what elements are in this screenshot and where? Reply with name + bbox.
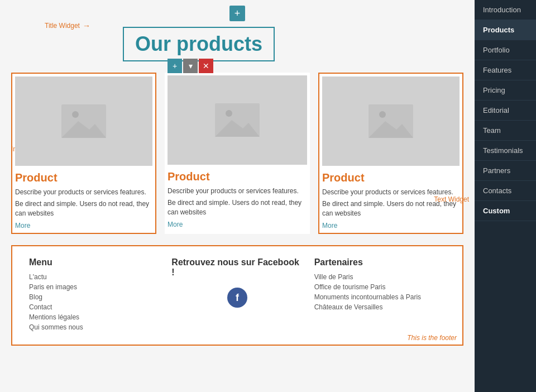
image-placeholder-icon-3: [368, 104, 413, 138]
product-more-3[interactable]: More: [322, 222, 337, 230]
title-box: Our products: [123, 27, 275, 61]
footer-link-mentions[interactable]: Mentions légales: [29, 313, 160, 321]
product-title-2: Product: [168, 170, 307, 183]
footer-partenaires-links: Ville de Paris Office de tourisme Paris …: [314, 273, 446, 311]
sidebar-item-features[interactable]: Features: [475, 60, 536, 80]
footer-partenaires-title: Partenaires: [314, 257, 446, 267]
footer-facebook-title: Retrouvez nous sur Facebook !: [171, 257, 303, 278]
footer-menu-links: L'actu Paris en images Blog Contact Ment…: [29, 273, 160, 331]
footer-col-facebook: Retrouvez nous sur Facebook ! f: [171, 257, 303, 333]
footer-col-menu: Menu L'actu Paris en images Blog Contact…: [29, 257, 160, 333]
footer-grid: Menu L'actu Paris en images Blog Contact…: [29, 257, 446, 333]
sidebar-item-team[interactable]: Team: [475, 121, 536, 141]
product-more-1[interactable]: More: [15, 222, 30, 230]
main-content: + Title Widget → Our products Image Widg…: [0, 0, 475, 392]
title-widget-label: Title Widget →: [45, 21, 90, 30]
sidebar-item-testimonials[interactable]: Testimonials: [475, 141, 536, 161]
facebook-icon[interactable]: f: [227, 288, 247, 308]
sidebar: Introduction Products Portfolio Features…: [475, 0, 536, 392]
footer-link-blog[interactable]: Blog: [29, 293, 160, 301]
svg-point-7: [379, 111, 386, 118]
text-widget-label: Text Widget: [434, 195, 469, 203]
product-card-3: Product Describe your products or servic…: [318, 73, 463, 234]
footer-link-paris[interactable]: Paris en images: [29, 283, 160, 291]
product-card-1: Product Describe your products or servic…: [11, 73, 156, 234]
card-toolbar: + ▾ ✕: [168, 59, 213, 73]
sidebar-item-editorial[interactable]: Editorial: [475, 101, 536, 121]
footer-section: Menu L'actu Paris en images Blog Contact…: [11, 245, 463, 346]
toolbar-add-button[interactable]: +: [168, 59, 182, 73]
product-image-3: [322, 77, 460, 166]
svg-point-4: [226, 110, 232, 117]
title-widget-arrow: →: [83, 21, 90, 30]
footer-link-monuments[interactable]: Monuments incontournables à Paris: [314, 293, 446, 301]
footer-menu-title: Menu: [29, 257, 160, 267]
product-card-2: + ▾ ✕ Product Describe your products or …: [165, 73, 310, 234]
toolbar-delete-button[interactable]: ✕: [199, 59, 213, 73]
footer-link-chateaux[interactable]: Châteaux de Versailles: [314, 303, 446, 311]
footer-link-lactu[interactable]: L'actu: [29, 273, 160, 281]
add-top-button[interactable]: +: [229, 6, 245, 21]
footer-link-qui[interactable]: Qui sommes nous: [29, 323, 160, 331]
product-title-1: Product: [15, 171, 152, 184]
image-placeholder-icon-2: [215, 103, 260, 137]
sidebar-item-partners[interactable]: Partners: [475, 161, 536, 181]
footer-link-office[interactable]: Office de tourisme Paris: [314, 283, 446, 291]
product-desc1-1: Describe your products or services featu…: [15, 188, 152, 197]
product-image-2: + ▾ ✕: [168, 75, 307, 165]
footer-link-contact[interactable]: Contact: [29, 303, 160, 311]
svg-point-1: [72, 111, 79, 118]
sidebar-item-introduction[interactable]: Introduction: [475, 0, 536, 20]
product-image-1: [15, 77, 152, 166]
sidebar-item-products[interactable]: Products: [475, 20, 536, 40]
toolbar-move-button[interactable]: ▾: [183, 59, 198, 73]
products-grid: Product Describe your products or servic…: [11, 73, 463, 234]
product-more-2[interactable]: More: [168, 221, 183, 228]
image-placeholder-icon-1: [61, 104, 106, 138]
title-widget-area: Title Widget → Our products: [11, 27, 463, 61]
products-section: Image Widget Text Widget Product Describ…: [11, 73, 463, 234]
footer-link-ville[interactable]: Ville de Paris: [314, 273, 446, 281]
add-button-top-area: +: [11, 6, 463, 21]
sidebar-item-custom[interactable]: Custom: [475, 201, 536, 221]
product-desc1-2: Describe your products or services featu…: [168, 187, 307, 196]
product-title-3: Product: [322, 171, 460, 184]
product-desc2-2: Be direct and simple. Users do not read,…: [168, 198, 307, 217]
sidebar-item-pricing[interactable]: Pricing: [475, 80, 536, 101]
sidebar-item-contacts[interactable]: Contacts: [475, 181, 536, 201]
product-desc2-1: Be direct and simple. Users do not read,…: [15, 199, 152, 218]
footer-label: This is the footer: [407, 334, 457, 342]
page-title: Our products: [135, 32, 262, 56]
footer-col-partenaires: Partenaires Ville de Paris Office de tou…: [314, 257, 446, 333]
sidebar-item-portfolio[interactable]: Portfolio: [475, 40, 536, 60]
